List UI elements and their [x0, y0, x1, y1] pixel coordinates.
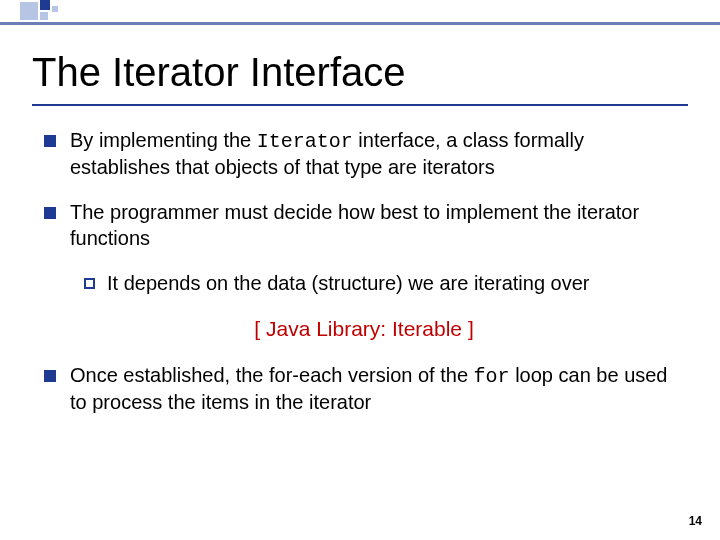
slide-body: By implementing the Iterator interface, …: [44, 128, 684, 415]
bullet-text: By implementing the Iterator interface, …: [70, 128, 684, 180]
square-bullet-icon: [44, 135, 56, 147]
square-bullet-icon: [44, 207, 56, 219]
title-underline: [32, 104, 688, 106]
text-run: By implementing the: [70, 129, 257, 151]
reference-link-text: [ Java Library: Iterable ]: [44, 317, 684, 341]
code-run: for: [474, 365, 510, 388]
page-number: 14: [689, 514, 702, 528]
hollow-square-bullet-icon: [84, 278, 95, 289]
square-bullet-icon: [44, 370, 56, 382]
sub-bullet-item: It depends on the data (structure) we ar…: [84, 271, 684, 297]
sub-bullet-text: It depends on the data (structure) we ar…: [107, 271, 684, 297]
text-run: Once established, the for-each version o…: [70, 364, 474, 386]
bullet-text: Once established, the for-each version o…: [70, 363, 684, 415]
bullet-item: The programmer must decide how best to i…: [44, 200, 684, 251]
code-run: Iterator: [257, 130, 353, 153]
slide-title: The Iterator Interface: [32, 50, 406, 95]
bullet-item: Once established, the for-each version o…: [44, 363, 684, 415]
bullet-text: The programmer must decide how best to i…: [70, 200, 684, 251]
slide-corner-decoration: [0, 0, 720, 30]
bullet-item: By implementing the Iterator interface, …: [44, 128, 684, 180]
